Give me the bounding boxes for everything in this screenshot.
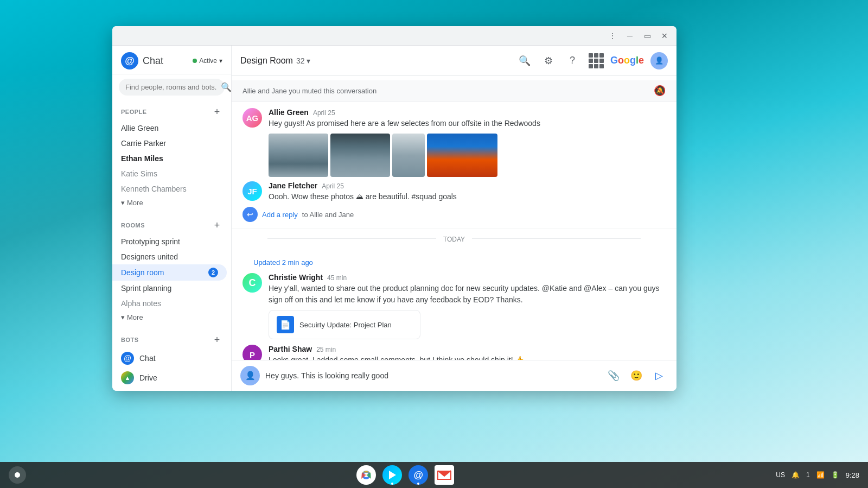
- photo-thumbnail[interactable]: [427, 134, 497, 177]
- room-name-text: Design Room: [240, 56, 293, 66]
- message-text: Looks great. I added some small comments…: [269, 354, 666, 360]
- bots-section: BOTS + @ Chat ▲ Drive: [112, 328, 231, 391]
- close-button[interactable]: ✕: [657, 29, 672, 42]
- reply-row: ↩ Add a reply to Allie and Jane: [242, 207, 666, 222]
- sidebar-item-prototyping-sprint[interactable]: Prototyping sprint: [112, 234, 227, 249]
- gmail-icon: [435, 465, 454, 485]
- notifications-off-icon[interactable]: 🔕: [654, 85, 666, 97]
- message-content: Christie Wright 45 min Hey y'all, wanted…: [269, 273, 666, 339]
- jane-avatar: JF: [242, 181, 262, 201]
- messages-container[interactable]: Allie and Jane you muted this conversati…: [232, 76, 676, 360]
- window-controls: ⋮ ─ ▭ ✕: [605, 29, 672, 42]
- more-vert-button[interactable]: ⋮: [605, 29, 620, 42]
- mute-notice-text: Allie and Jane you muted this conversati…: [242, 87, 376, 95]
- search-bar[interactable]: 🔍: [119, 79, 225, 96]
- sidebar-item-allie-green[interactable]: Allie Green: [112, 121, 227, 136]
- minimize-button[interactable]: ─: [622, 29, 637, 42]
- current-user-avatar: 👤: [240, 366, 260, 385]
- person-name: Carrie Parker: [121, 139, 166, 148]
- sidebar-item-chat-bot[interactable]: @ Chat: [112, 348, 231, 368]
- message-text: Hey guys!! As promised here are a few se…: [269, 118, 666, 129]
- sidebar-item-katie-sims[interactable]: Katie Sims: [112, 166, 227, 181]
- bots-section-label: BOTS: [121, 337, 139, 343]
- search-button[interactable]: 🔍: [515, 51, 534, 71]
- add-room-button[interactable]: +: [212, 220, 222, 231]
- user-avatar[interactable]: 👤: [650, 52, 668, 69]
- people-more-button[interactable]: ▾ More: [112, 197, 231, 209]
- room-name: Alpha notes: [121, 299, 161, 308]
- maximize-button[interactable]: ▭: [640, 29, 655, 42]
- add-reply-button[interactable]: Add a reply: [262, 211, 298, 219]
- send-button[interactable]: ▷: [650, 367, 668, 384]
- sidebar-item-kenneth-chambers[interactable]: Kenneth Chambers: [112, 181, 227, 197]
- sidebar-item-ethan-miles[interactable]: Ethan Miles: [112, 151, 227, 166]
- help-button[interactable]: ?: [563, 51, 582, 71]
- photo-thumbnail[interactable]: [330, 134, 390, 177]
- chevron-down-icon: ▾: [121, 199, 125, 207]
- active-indicator: [391, 483, 393, 485]
- launcher-button[interactable]: [9, 466, 26, 484]
- title-bar: ⋮ ─ ▭ ✕: [112, 26, 676, 46]
- photo-thumbnail[interactable]: [392, 134, 425, 177]
- apps-grid-button[interactable]: [586, 51, 606, 71]
- message-input[interactable]: [265, 371, 599, 380]
- sidebar-item-design-room[interactable]: Design room 2: [112, 264, 227, 281]
- region-label: US: [776, 471, 785, 479]
- date-divider: TODAY: [232, 229, 676, 248]
- sidebar-item-designers-united[interactable]: Designers united: [112, 249, 227, 264]
- message-time: April 25: [322, 182, 344, 190]
- reply-context: to Allie and Jane: [302, 211, 354, 219]
- sidebar-item-carrie-parker[interactable]: Carrie Parker: [112, 136, 227, 151]
- person-name: Katie Sims: [121, 169, 157, 178]
- active-label: Active: [199, 57, 217, 65]
- taskbar-chrome[interactable]: [355, 464, 377, 486]
- chat-app-icon: @: [409, 465, 428, 485]
- emoji-button[interactable]: 🙂: [628, 367, 645, 384]
- allie-avatar: AG: [242, 108, 262, 128]
- reply-icon: ↩: [242, 207, 258, 222]
- notification-count: 1: [806, 471, 810, 479]
- sidebar-item-drive-bot[interactable]: ▲ Drive: [112, 368, 231, 388]
- rooms-more-button[interactable]: ▾ More: [112, 311, 231, 324]
- photo-thumbnail[interactable]: [269, 134, 328, 177]
- taskbar-gmail[interactable]: [433, 464, 455, 486]
- sidebar-item-sprint-planning[interactable]: Sprint planning: [112, 281, 227, 296]
- settings-button[interactable]: ⚙: [539, 51, 558, 71]
- attach-file-button[interactable]: 📎: [605, 367, 622, 384]
- sidebar-title: Chat: [143, 55, 163, 67]
- add-person-button[interactable]: +: [212, 106, 222, 117]
- chat-header: Design Room 32 ▾ 🔍 ⚙ ?: [232, 46, 676, 76]
- bot-name: Drive: [139, 373, 157, 382]
- chat-area: Design Room 32 ▾ 🔍 ⚙ ?: [232, 46, 676, 391]
- app-window: ⋮ ─ ▭ ✕ @ Chat Active ▾ 🔍: [112, 26, 676, 391]
- room-member-count: 32 ▾: [296, 56, 310, 65]
- chevron-down-icon: ▾: [121, 313, 125, 321]
- bot-name: Chat: [139, 354, 156, 363]
- taskbar-apps: @: [35, 464, 776, 486]
- message-time: April 25: [313, 109, 335, 117]
- chat-logo-icon: @: [125, 55, 135, 67]
- chevron-down-icon: ▾: [219, 57, 222, 65]
- rooms-section-label: ROOMS: [121, 222, 145, 229]
- message-content: Jane Fletcher April 25 Oooh. Wow these p…: [269, 181, 666, 202]
- sidebar-item-alpha-notes[interactable]: Alpha notes: [112, 296, 227, 311]
- svg-marker-2: [389, 471, 396, 479]
- message-content: Allie Green April 25 Hey guys!! As promi…: [269, 108, 666, 177]
- play-store-icon: [382, 465, 402, 485]
- message-text: Oooh. Wow these photos ⛰ are beautiful. …: [269, 191, 666, 202]
- taskbar-right: US 🔔 1 📶 🔋 9:28: [776, 471, 859, 479]
- search-input[interactable]: [125, 83, 216, 91]
- room-name: Sprint planning: [121, 284, 171, 293]
- battery-icon: 🔋: [831, 471, 839, 479]
- active-status-badge[interactable]: Active ▾: [193, 57, 222, 65]
- taskbar-play[interactable]: [381, 464, 403, 486]
- chat-logo: @: [121, 52, 138, 69]
- message-header: Allie Green April 25: [269, 108, 666, 117]
- attachment-card[interactable]: 📄 Secuirty Update: Project Plan: [269, 310, 420, 339]
- add-bot-button[interactable]: +: [212, 334, 222, 345]
- rooms-section-header: ROOMS +: [112, 218, 231, 233]
- taskbar-chat[interactable]: @: [407, 464, 429, 486]
- parthi-avatar: P: [242, 345, 262, 360]
- google-logo: Google: [610, 55, 644, 66]
- room-name: Design room: [121, 268, 164, 277]
